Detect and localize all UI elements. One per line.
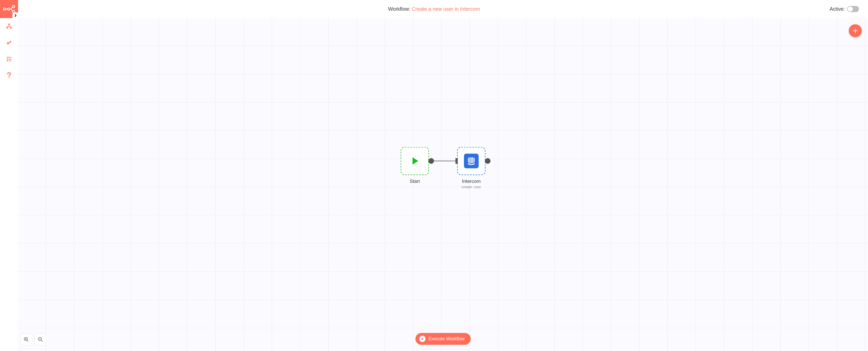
workflow-name: Create a new user in Intercom [412,6,480,12]
list-check-icon [6,56,12,62]
execute-workflow-button[interactable]: Execute Workflow [415,333,471,345]
zoom-in-icon [24,337,29,342]
zoom-out-icon [38,337,43,342]
sidebar-expand-button[interactable] [12,12,19,19]
node-intercom-subtitle: create: user [462,185,481,189]
sidebar [0,0,18,83]
node-start-box[interactable] [401,147,429,175]
svg-point-13 [8,77,10,78]
node-start-label: Start [410,179,420,184]
add-node-button[interactable] [849,24,862,37]
zoom-out-button[interactable] [34,334,46,345]
svg-point-2 [12,5,15,8]
node-intercom-box[interactable] [457,147,486,175]
svg-line-20 [27,340,29,342]
node-intercom-output-port[interactable] [485,158,491,164]
play-icon [410,156,420,166]
node-start: Start [401,147,429,184]
node-intercom: Intercom create: user [457,147,486,189]
header-right: Active: [830,6,859,12]
workflows-icon [6,23,12,29]
app-logo[interactable] [0,0,18,18]
sidebar-item-credentials[interactable] [0,34,18,51]
svg-line-24 [41,340,43,342]
zoom-in-button[interactable] [20,334,32,345]
play-badge-icon [419,336,426,342]
intercom-icon [464,154,478,169]
execute-button-label: Execute Workflow [428,336,465,341]
connection-start-intercom[interactable] [429,147,457,175]
node-intercom-label: Intercom [462,179,480,184]
plus-icon [852,28,858,34]
zoom-controls [20,334,46,345]
svg-point-8 [8,43,8,44]
svg-rect-6 [10,27,11,29]
svg-rect-4 [8,24,10,25]
chevron-right-icon [14,14,17,17]
node-intercom-input-port[interactable] [456,158,458,164]
canvas[interactable]: Start [18,18,868,351]
workflow-title-prefix: Workflow: [388,6,412,12]
key-icon [6,40,12,45]
sidebar-item-help[interactable] [0,67,18,83]
sidebar-item-executions[interactable] [0,51,18,67]
header: Workflow: Create a new user in Intercom … [0,0,868,18]
workflow-title[interactable]: Workflow: Create a new user in Intercom [388,6,480,12]
sidebar-item-workflows[interactable] [0,18,18,34]
n8n-logo-icon [3,5,15,13]
svg-rect-5 [6,27,8,29]
toggle-knob [848,6,853,11]
connection-line [429,161,457,162]
svg-point-12 [7,61,8,61]
active-label: Active: [830,6,845,12]
node-layer: Start [401,147,486,189]
question-icon [7,72,11,78]
active-toggle[interactable] [847,6,859,12]
